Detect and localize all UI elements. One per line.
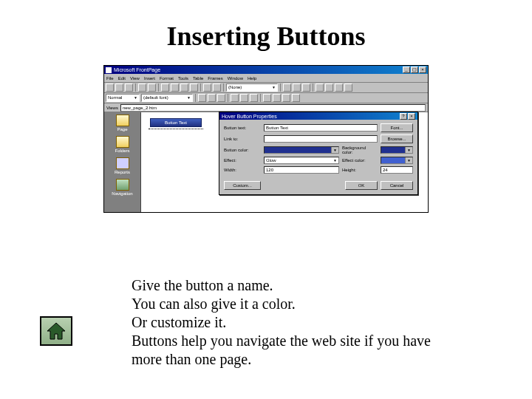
background-color-picker[interactable]: ▼ bbox=[381, 146, 413, 154]
bulleted-list-icon[interactable] bbox=[273, 94, 281, 102]
view-page[interactable]: Page bbox=[106, 115, 139, 132]
refresh-icon[interactable] bbox=[316, 83, 324, 92]
browse-button[interactable]: Browse... bbox=[381, 134, 413, 143]
table-icon[interactable] bbox=[283, 83, 291, 92]
menu-table[interactable]: Table bbox=[193, 76, 203, 81]
input-button-text[interactable]: Button Text bbox=[264, 124, 378, 132]
image-icon[interactable] bbox=[293, 83, 301, 92]
menu-view[interactable]: View bbox=[130, 76, 140, 81]
input-height[interactable]: 24 bbox=[381, 166, 413, 174]
reports-icon bbox=[116, 157, 129, 169]
svg-marker-0 bbox=[47, 323, 65, 339]
instruction-line: Or customize it. bbox=[132, 313, 464, 332]
instruction-line: You can also give it a color. bbox=[132, 295, 464, 313]
indent-icon[interactable] bbox=[292, 94, 300, 102]
stop-icon[interactable] bbox=[325, 83, 333, 92]
minimize-button[interactable]: _ bbox=[403, 66, 410, 73]
maximize-button[interactable]: ▢ bbox=[411, 66, 418, 73]
menu-tools[interactable]: Tools bbox=[178, 76, 188, 81]
font-dropdown[interactable]: (default font)▼ bbox=[141, 94, 193, 102]
numbered-list-icon[interactable] bbox=[263, 94, 271, 102]
menu-window[interactable]: Window bbox=[228, 76, 243, 81]
menu-format[interactable]: Format bbox=[160, 76, 174, 81]
align-right-icon[interactable] bbox=[250, 94, 258, 102]
view-folders[interactable]: Folders bbox=[106, 136, 139, 153]
label-effect: Effect: bbox=[224, 158, 261, 163]
dialog-close-button[interactable]: × bbox=[408, 113, 415, 120]
folders-icon bbox=[116, 136, 129, 148]
label-width: Width: bbox=[224, 168, 261, 172]
spelling-icon[interactable] bbox=[161, 83, 169, 92]
paste-icon[interactable] bbox=[190, 83, 198, 92]
print-icon[interactable] bbox=[138, 83, 146, 92]
label-height: Height: bbox=[342, 168, 378, 172]
dialog-help-button[interactable]: ? bbox=[400, 113, 407, 120]
style-dropdown[interactable]: Normal▼ bbox=[106, 94, 140, 102]
menu-file[interactable]: File bbox=[106, 76, 114, 81]
input-width[interactable]: 120 bbox=[264, 166, 339, 174]
instruction-line: Buttons help you navigate the web site i… bbox=[132, 332, 464, 369]
outdent-icon[interactable] bbox=[282, 94, 290, 102]
home-icon bbox=[46, 321, 66, 341]
menubar: File Edit View Insert Format Tools Table… bbox=[104, 74, 428, 83]
cut-icon[interactable] bbox=[171, 83, 179, 92]
view-navigation[interactable]: Navigation bbox=[106, 179, 139, 196]
home-button[interactable] bbox=[40, 316, 72, 346]
italic-icon[interactable] bbox=[208, 94, 216, 102]
ok-button[interactable]: OK bbox=[345, 181, 378, 190]
frontpage-window: Microsoft FrontPage _ ▢ × File Edit View… bbox=[103, 65, 429, 213]
selection-marker bbox=[149, 129, 203, 130]
font-button[interactable]: Font... bbox=[381, 123, 413, 132]
bold-icon[interactable] bbox=[198, 94, 206, 102]
label-effect-color: Effect color: bbox=[342, 158, 378, 163]
align-center-icon[interactable] bbox=[240, 94, 248, 102]
label-button-color: Button color: bbox=[224, 148, 261, 152]
preview-icon[interactable] bbox=[148, 83, 156, 92]
app-title: Microsoft FrontPage bbox=[114, 67, 160, 72]
hyperlink-icon[interactable] bbox=[302, 83, 310, 92]
dialog-title: Hover Button Properties bbox=[222, 114, 277, 119]
effect-dropdown[interactable]: Glow▼ bbox=[264, 157, 339, 164]
show-all-icon[interactable] bbox=[335, 83, 343, 92]
save-icon[interactable] bbox=[125, 83, 133, 92]
menu-edit[interactable]: Edit bbox=[118, 76, 126, 81]
menu-insert[interactable]: Insert bbox=[144, 76, 155, 81]
component-dropdown[interactable]: (None)▼ bbox=[226, 83, 278, 92]
app-icon bbox=[106, 67, 112, 73]
new-icon[interactable] bbox=[106, 83, 114, 92]
menu-frames[interactable]: Frames bbox=[208, 76, 222, 81]
hover-button-preview[interactable]: Button Text bbox=[150, 118, 202, 127]
close-button[interactable]: × bbox=[419, 66, 426, 73]
address-field[interactable]: new_page_2.htm bbox=[120, 104, 426, 112]
menu-help[interactable]: Help bbox=[248, 76, 256, 81]
undo-icon[interactable] bbox=[203, 83, 211, 92]
hover-button-properties-dialog: Hover Button Properties ? × Button text:… bbox=[219, 112, 418, 195]
navigation-icon bbox=[116, 179, 129, 191]
instruction-text: Give the button a name. You can also giv… bbox=[132, 276, 464, 369]
redo-icon[interactable] bbox=[213, 83, 221, 92]
open-icon[interactable] bbox=[115, 83, 123, 92]
underline-icon[interactable] bbox=[217, 94, 225, 102]
cancel-button[interactable]: Cancel bbox=[381, 181, 413, 190]
help-icon[interactable] bbox=[344, 83, 352, 92]
views-panel: Page Folders Reports Navigation bbox=[104, 112, 141, 212]
align-left-icon[interactable] bbox=[231, 94, 239, 102]
label-link-to: Link to: bbox=[224, 137, 261, 141]
label-background-color: Background color: bbox=[342, 146, 378, 154]
instruction-line: Give the button a name. bbox=[132, 276, 464, 295]
embedded-screenshot: Microsoft FrontPage _ ▢ × File Edit View… bbox=[103, 65, 429, 213]
app-titlebar: Microsoft FrontPage _ ▢ × bbox=[104, 66, 428, 74]
label-button-text: Button text: bbox=[224, 126, 261, 130]
effect-color-picker[interactable]: ▼ bbox=[381, 157, 413, 164]
toolbar-formatting: Normal▼ (default font)▼ bbox=[104, 93, 428, 103]
button-color-picker[interactable]: ▼ bbox=[264, 146, 339, 154]
views-label: Views bbox=[106, 106, 118, 110]
dialog-titlebar: Hover Button Properties ? × bbox=[219, 112, 417, 120]
input-link-to[interactable] bbox=[264, 135, 378, 143]
view-reports[interactable]: Reports bbox=[106, 157, 139, 174]
copy-icon[interactable] bbox=[180, 83, 188, 92]
custom-button[interactable]: Custom... bbox=[224, 181, 261, 190]
toolbar-standard: (None)▼ bbox=[104, 83, 428, 93]
page-icon bbox=[116, 115, 129, 126]
slide-title: Inserting Buttons bbox=[0, 21, 532, 52]
